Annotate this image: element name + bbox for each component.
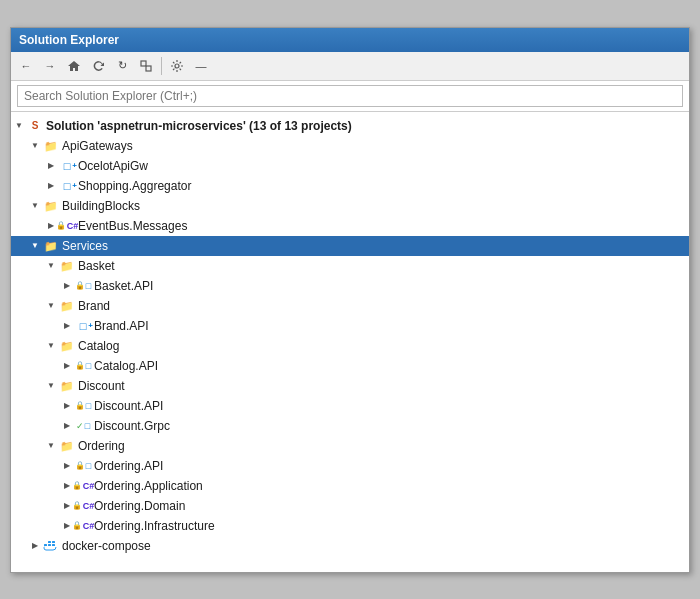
- label-brand: Brand: [78, 297, 110, 315]
- expand-apigateways[interactable]: ▼: [27, 138, 43, 154]
- icon-shopping-agg: □ +: [59, 178, 75, 194]
- tree-item-ordering-infra[interactable]: ▶ 🔒 C# Ordering.Infrastructure: [11, 516, 689, 536]
- tree-item-catalog-api[interactable]: ▶ 🔒 □ Catalog.API: [11, 356, 689, 376]
- search-bar: [11, 81, 689, 112]
- icon-discount-api: 🔒 □: [75, 398, 91, 414]
- expand-ocelotapigw[interactable]: ▶: [43, 158, 59, 174]
- label-brand-api: Brand.API: [94, 317, 149, 335]
- tree-item-discount-grpc[interactable]: ▶ ✓ □ Discount.Grpc: [11, 416, 689, 436]
- sync-button[interactable]: [87, 55, 109, 77]
- expand-services[interactable]: ▼: [27, 238, 43, 254]
- docker-icon: [43, 538, 59, 554]
- tree-item-brand-api[interactable]: ▶ □ + Brand.API: [11, 316, 689, 336]
- pin-button[interactable]: —: [190, 55, 212, 77]
- label-ordering-domain: Ordering.Domain: [94, 497, 185, 515]
- tree-item-catalog[interactable]: ▼ 📁 Catalog: [11, 336, 689, 356]
- solution-label: Solution 'aspnetrun-microservices' (13 o…: [46, 117, 352, 135]
- label-apigateways: ApiGateways: [62, 137, 133, 155]
- label-ordering: Ordering: [78, 437, 125, 455]
- expand-buildingblocks[interactable]: ▼: [27, 198, 43, 214]
- label-eventbus: EventBus.Messages: [78, 217, 187, 235]
- tree-item-docker-compose[interactable]: ▶ docker-compose: [11, 536, 689, 556]
- tree-item-buildingblocks[interactable]: ▼ 📁 BuildingBlocks: [11, 196, 689, 216]
- folder-icon-catalog: 📁: [59, 338, 75, 354]
- collapse-button[interactable]: [135, 55, 157, 77]
- svg-rect-0: [141, 61, 146, 66]
- expand-discount-api[interactable]: ▶: [59, 398, 75, 414]
- expand-brand-api[interactable]: ▶: [59, 318, 75, 334]
- expand-discount[interactable]: ▼: [43, 378, 59, 394]
- expand-ordering-api[interactable]: ▶: [59, 458, 75, 474]
- folder-icon-services: 📁: [43, 238, 59, 254]
- label-buildingblocks: BuildingBlocks: [62, 197, 140, 215]
- label-ordering-api: Ordering.API: [94, 457, 163, 475]
- tree-item-eventbus[interactable]: ▶ 🔒 C# EventBus.Messages: [11, 216, 689, 236]
- tree-item-ordering[interactable]: ▼ 📁 Ordering: [11, 436, 689, 456]
- tree-item-ordering-app[interactable]: ▶ 🔒 C# Ordering.Application: [11, 476, 689, 496]
- icon-brand-api: □ +: [75, 318, 91, 334]
- toolbar: ← → ↻ —: [11, 52, 689, 81]
- expand-catalog-api[interactable]: ▶: [59, 358, 75, 374]
- expand-catalog[interactable]: ▼: [43, 338, 59, 354]
- expand-solution[interactable]: ▼: [11, 118, 27, 134]
- icon-ordering-app: 🔒 C#: [75, 478, 91, 494]
- toolbar-separator-1: [161, 57, 162, 75]
- tree-item-shopping-agg[interactable]: ▶ □ + Shopping.Aggregator: [11, 176, 689, 196]
- folder-icon-basket: 📁: [59, 258, 75, 274]
- back-button[interactable]: ←: [15, 55, 37, 77]
- label-discount-grpc: Discount.Grpc: [94, 417, 170, 435]
- expand-brand[interactable]: ▼: [43, 298, 59, 314]
- expand-basket[interactable]: ▼: [43, 258, 59, 274]
- tree-item-apigateways[interactable]: ▼ 📁 ApiGateways: [11, 136, 689, 156]
- solution-root[interactable]: ▼ S Solution 'aspnetrun-microservices' (…: [11, 116, 689, 136]
- svg-rect-1: [146, 66, 151, 71]
- icon-ordering-domain: 🔒 C#: [75, 498, 91, 514]
- svg-rect-7: [52, 541, 55, 543]
- solution-explorer: Solution Explorer ← → ↻ — ▼ S Solution '…: [10, 27, 690, 573]
- label-services: Services: [62, 237, 108, 255]
- folder-icon-apigateways: 📁: [43, 138, 59, 154]
- icon-ordering-api: 🔒 □: [75, 458, 91, 474]
- tree-item-ordering-api[interactable]: ▶ 🔒 □ Ordering.API: [11, 456, 689, 476]
- icon-ordering-infra: 🔒 C#: [75, 518, 91, 534]
- label-ordering-app: Ordering.Application: [94, 477, 203, 495]
- folder-icon-ordering: 📁: [59, 438, 75, 454]
- folder-icon-brand: 📁: [59, 298, 75, 314]
- svg-rect-3: [44, 544, 47, 546]
- tree-item-ordering-domain[interactable]: ▶ 🔒 C# Ordering.Domain: [11, 496, 689, 516]
- tree-item-ocelotapigw[interactable]: ▶ □ + OcelotApiGw: [11, 156, 689, 176]
- icon-eventbus: 🔒 C#: [59, 218, 75, 234]
- icon-catalog-api: 🔒 □: [75, 358, 91, 374]
- svg-rect-4: [48, 544, 51, 546]
- tree-item-discount[interactable]: ▼ 📁 Discount: [11, 376, 689, 396]
- solution-tree: ▼ S Solution 'aspnetrun-microservices' (…: [11, 112, 689, 572]
- settings-button[interactable]: [166, 55, 188, 77]
- icon-discount-grpc: ✓ □: [75, 418, 91, 434]
- tree-item-discount-api[interactable]: ▶ 🔒 □ Discount.API: [11, 396, 689, 416]
- expand-shopping-agg[interactable]: ▶: [43, 178, 59, 194]
- label-docker-compose: docker-compose: [62, 537, 151, 555]
- tree-item-brand[interactable]: ▼ 📁 Brand: [11, 296, 689, 316]
- expand-basket-api[interactable]: ▶: [59, 278, 75, 294]
- refresh-button[interactable]: ↻: [111, 55, 133, 77]
- tree-item-basket[interactable]: ▼ 📁 Basket: [11, 256, 689, 276]
- tree-item-services[interactable]: ▼ 📁 Services: [11, 236, 689, 256]
- search-input[interactable]: [17, 85, 683, 107]
- forward-button[interactable]: →: [39, 55, 61, 77]
- label-catalog: Catalog: [78, 337, 119, 355]
- label-ordering-infra: Ordering.Infrastructure: [94, 517, 215, 535]
- icon-ocelotapigw: □ +: [59, 158, 75, 174]
- expand-docker-compose[interactable]: ▶: [27, 538, 43, 554]
- label-discount-api: Discount.API: [94, 397, 163, 415]
- tree-item-basket-api[interactable]: ▶ 🔒 □ Basket.API: [11, 276, 689, 296]
- expand-discount-grpc[interactable]: ▶: [59, 418, 75, 434]
- expand-ordering[interactable]: ▼: [43, 438, 59, 454]
- folder-icon-discount: 📁: [59, 378, 75, 394]
- label-shopping-agg: Shopping.Aggregator: [78, 177, 191, 195]
- label-ocelotapigw: OcelotApiGw: [78, 157, 148, 175]
- window-title: Solution Explorer: [19, 33, 119, 47]
- home-button[interactable]: [63, 55, 85, 77]
- icon-basket-api: 🔒 □: [75, 278, 91, 294]
- label-catalog-api: Catalog.API: [94, 357, 158, 375]
- svg-rect-5: [52, 544, 55, 546]
